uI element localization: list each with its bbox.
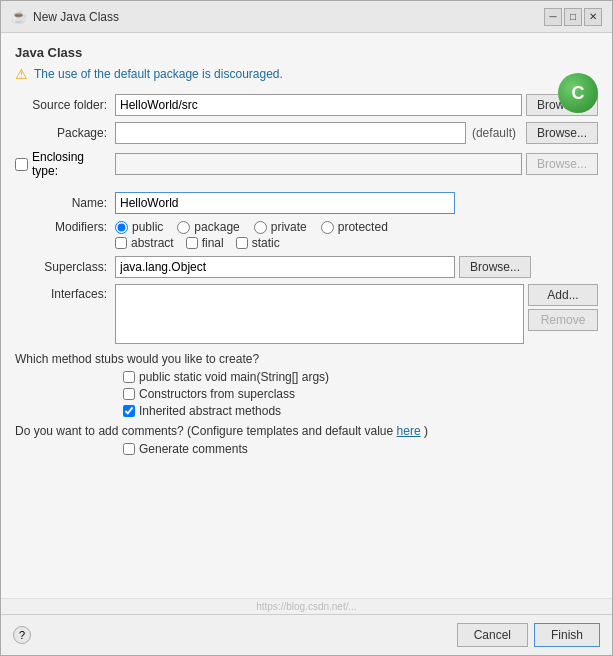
generate-comments-label: Generate comments bbox=[139, 442, 248, 456]
stub-main-input[interactable] bbox=[123, 371, 135, 383]
stub-constructors-row: Constructors from superclass bbox=[123, 387, 598, 401]
stub-constructors-label: Constructors from superclass bbox=[139, 387, 295, 401]
stub-inherited-input[interactable] bbox=[123, 405, 135, 417]
modifier-abstract-input[interactable] bbox=[115, 237, 127, 249]
title-controls: ─ □ ✕ bbox=[544, 8, 602, 26]
interfaces-input[interactable] bbox=[115, 284, 524, 344]
modifier-static-input[interactable] bbox=[236, 237, 248, 249]
generate-comments-checkbox[interactable]: Generate comments bbox=[123, 442, 590, 456]
warning-text: The use of the default package is discou… bbox=[34, 67, 283, 81]
add-interface-button[interactable]: Add... bbox=[528, 284, 598, 306]
modifiers-access: public package private protected bbox=[115, 220, 398, 234]
minimize-button[interactable]: ─ bbox=[544, 8, 562, 26]
help-button[interactable]: ? bbox=[13, 626, 31, 644]
comments-question: Do you want to add comments? (Configure … bbox=[15, 424, 598, 438]
package-default-label: (default) bbox=[466, 126, 522, 140]
modifiers-row-1: Modifiers: public package private protec… bbox=[15, 220, 598, 234]
stub-inherited-checkbox[interactable]: Inherited abstract methods bbox=[123, 404, 590, 418]
footer-right: Cancel Finish bbox=[457, 623, 600, 647]
title-bar-left: ☕ New Java Class bbox=[11, 9, 119, 24]
stub-main-row: public static void main(String[] args) bbox=[123, 370, 598, 384]
package-input[interactable] bbox=[115, 122, 466, 144]
source-folder-row: Source folder: Browse... bbox=[15, 94, 598, 116]
modifier-protected-input[interactable] bbox=[321, 221, 334, 234]
dialog-title: New Java Class bbox=[33, 10, 119, 24]
name-input[interactable] bbox=[115, 192, 455, 214]
modifier-public-radio[interactable]: public bbox=[115, 220, 163, 234]
modifier-static-label: static bbox=[252, 236, 280, 250]
new-java-class-dialog: ☕ New Java Class ─ □ ✕ C Java Class ⚠ Th… bbox=[0, 0, 613, 656]
finish-button[interactable]: Finish bbox=[534, 623, 600, 647]
section-title: Java Class bbox=[15, 45, 598, 60]
modifier-package-label: package bbox=[194, 220, 239, 234]
enclosing-type-browse-button: Browse... bbox=[526, 153, 598, 175]
interfaces-label: Interfaces: bbox=[15, 284, 115, 301]
cancel-button[interactable]: Cancel bbox=[457, 623, 528, 647]
close-button[interactable]: ✕ bbox=[584, 8, 602, 26]
package-browse-button[interactable]: Browse... bbox=[526, 122, 598, 144]
modifier-protected-label: protected bbox=[338, 220, 388, 234]
superclass-label: Superclass: bbox=[15, 260, 115, 274]
modifiers-label: Modifiers: bbox=[15, 220, 115, 234]
modifier-protected-radio[interactable]: protected bbox=[321, 220, 388, 234]
modifiers-row-2: abstract final static bbox=[15, 236, 598, 250]
enclosing-type-input[interactable] bbox=[115, 153, 522, 175]
superclass-input[interactable] bbox=[115, 256, 455, 278]
stub-inherited-label: Inherited abstract methods bbox=[139, 404, 281, 418]
modifier-public-label: public bbox=[132, 220, 163, 234]
modifiers-other: abstract final static bbox=[115, 236, 288, 250]
generate-comments-input[interactable] bbox=[123, 443, 135, 455]
modifier-final-checkbox[interactable]: final bbox=[186, 236, 224, 250]
name-row: Name: bbox=[15, 192, 598, 214]
dialog-content: C Java Class ⚠ The use of the default pa… bbox=[1, 33, 612, 598]
watermark-bar: https://blog.csdn.net/... bbox=[1, 598, 612, 614]
source-folder-label: Source folder: bbox=[15, 98, 115, 112]
warning-banner: ⚠ The use of the default package is disc… bbox=[15, 66, 598, 82]
stubs-options: public static void main(String[] args) C… bbox=[123, 370, 598, 418]
modifier-final-input[interactable] bbox=[186, 237, 198, 249]
modifier-public-input[interactable] bbox=[115, 221, 128, 234]
comments-question-end: ) bbox=[424, 424, 428, 438]
method-stubs-section: Which method stubs would you like to cre… bbox=[15, 352, 598, 418]
modifier-package-radio[interactable]: package bbox=[177, 220, 239, 234]
java-icon: ☕ bbox=[11, 9, 27, 24]
enclosing-type-row: Enclosing type: Browse... bbox=[15, 150, 598, 178]
title-bar: ☕ New Java Class ─ □ ✕ bbox=[1, 1, 612, 33]
stub-constructors-input[interactable] bbox=[123, 388, 135, 400]
superclass-row: Superclass: Browse... bbox=[15, 256, 598, 278]
stub-main-label: public static void main(String[] args) bbox=[139, 370, 329, 384]
comments-question-text: Do you want to add comments? (Configure … bbox=[15, 424, 393, 438]
modifier-private-radio[interactable]: private bbox=[254, 220, 307, 234]
generate-comments-row: Generate comments bbox=[123, 442, 598, 456]
stub-constructors-checkbox[interactable]: Constructors from superclass bbox=[123, 387, 590, 401]
stub-main-checkbox[interactable]: public static void main(String[] args) bbox=[123, 370, 590, 384]
modifier-abstract-checkbox[interactable]: abstract bbox=[115, 236, 174, 250]
package-row: Package: (default) Browse... bbox=[15, 122, 598, 144]
interfaces-buttons: Add... Remove bbox=[528, 284, 598, 331]
package-label: Package: bbox=[15, 126, 115, 140]
stub-inherited-row: Inherited abstract methods bbox=[123, 404, 598, 418]
stubs-title: Which method stubs would you like to cre… bbox=[15, 352, 598, 366]
comments-section: Do you want to add comments? (Configure … bbox=[15, 424, 598, 456]
modifier-final-label: final bbox=[202, 236, 224, 250]
enclosing-type-label: Enclosing type: bbox=[32, 150, 107, 178]
source-folder-input[interactable] bbox=[115, 94, 522, 116]
modifier-private-input[interactable] bbox=[254, 221, 267, 234]
interfaces-row: Interfaces: Add... Remove bbox=[15, 284, 598, 344]
comments-link[interactable]: here bbox=[397, 424, 421, 438]
modifier-private-label: private bbox=[271, 220, 307, 234]
enclosing-type-checkbox[interactable] bbox=[15, 158, 28, 171]
maximize-button[interactable]: □ bbox=[564, 8, 582, 26]
eclipse-logo: C bbox=[558, 73, 598, 113]
dialog-footer: ? Cancel Finish bbox=[1, 614, 612, 655]
remove-interface-button[interactable]: Remove bbox=[528, 309, 598, 331]
footer-left: ? bbox=[13, 626, 31, 644]
modifier-abstract-label: abstract bbox=[131, 236, 174, 250]
modifier-package-input[interactable] bbox=[177, 221, 190, 234]
name-label: Name: bbox=[15, 196, 115, 210]
modifier-static-checkbox[interactable]: static bbox=[236, 236, 280, 250]
warning-icon: ⚠ bbox=[15, 66, 28, 82]
superclass-browse-button[interactable]: Browse... bbox=[459, 256, 531, 278]
